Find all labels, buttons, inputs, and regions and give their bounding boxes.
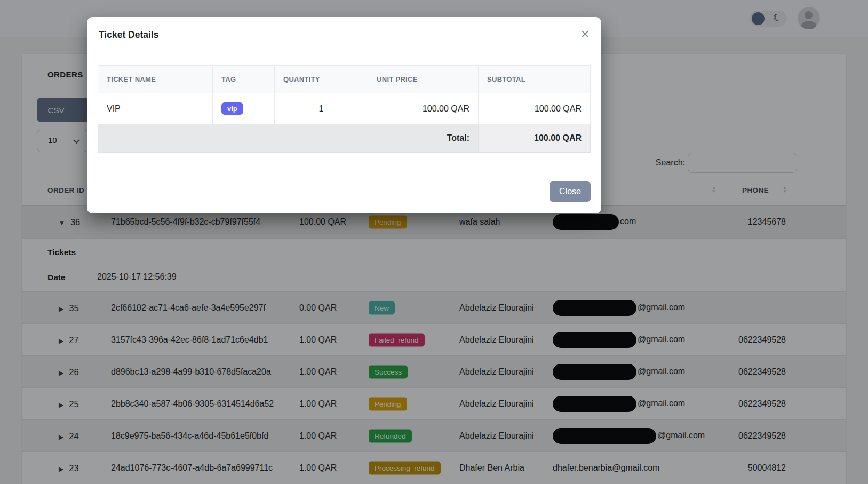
page: ☾ ORDERS CSV Export 10 Search: ORDER ID …	[0, 0, 868, 484]
total-value: 100.00 QAR	[479, 124, 591, 153]
subtotal-header[interactable]: SUBTOTAL	[479, 66, 591, 93]
ticket-unit-price: 100.00 QAR	[368, 93, 479, 124]
ticket-table: TICKET NAME TAG QUANTITY UNIT PRICE SUBT…	[98, 65, 591, 153]
quantity-header[interactable]: QUANTITY	[275, 66, 368, 93]
modal-title: Ticket Details	[99, 29, 159, 41]
tag-badge: vip	[221, 102, 243, 115]
unit-price-header[interactable]: UNIT PRICE	[368, 66, 479, 93]
modal-body: TICKET NAME TAG QUANTITY UNIT PRICE SUBT…	[87, 53, 601, 153]
ticket-quantity: 1	[275, 93, 368, 124]
modal-header: Ticket Details ✕	[87, 17, 601, 53]
ticket-row: VIP vip 1 100.00 QAR 100.00 QAR	[98, 93, 591, 124]
total-label: Total:	[98, 124, 479, 153]
close-icon[interactable]: ✕	[580, 28, 590, 41]
ticket-name-header[interactable]: TICKET NAME	[98, 66, 213, 93]
ticket-details-modal: Ticket Details ✕ TICKET NAME TAG QUANTIT…	[87, 17, 601, 213]
ticket-subtotal: 100.00 QAR	[479, 93, 591, 124]
modal-footer: Close	[87, 170, 601, 213]
ticket-tag-cell: vip	[213, 93, 275, 124]
tag-header[interactable]: TAG	[213, 66, 275, 93]
total-row: Total: 100.00 QAR	[98, 124, 591, 153]
ticket-name: VIP	[98, 93, 213, 124]
close-button[interactable]: Close	[550, 181, 591, 202]
